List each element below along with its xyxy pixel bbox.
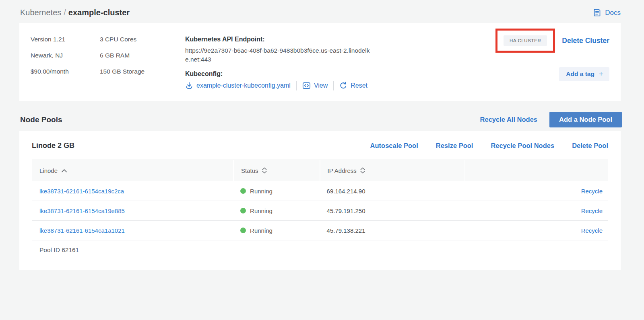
breadcrumb: Kubernetes/example-cluster (20, 8, 130, 17)
spec-storage: 150 GB Storage (100, 68, 185, 75)
status-label: Running (250, 188, 272, 195)
node-pool-card: Linode 2 GB Autoscale Pool Resize Pool R… (19, 131, 621, 270)
node-action-cell: Recycle (464, 207, 608, 214)
spec-region: Newark, NJ (31, 52, 100, 59)
table-row: lke38731-62161-6154ca1a1021 Running 45.7… (32, 220, 608, 240)
recycle-node-button[interactable]: Recycle (581, 227, 603, 234)
specs-column-1: Version 1.21 Newark, NJ $90.00/month (31, 36, 100, 91)
column-header-linode-label: Linode (39, 167, 58, 174)
node-name-cell: lke38731-62161-6154ca19e885 (32, 207, 233, 214)
endpoint-section: Kubernetes API Endpoint: https://9e2a730… (185, 36, 374, 91)
spec-version: Version 1.21 (31, 36, 100, 43)
sort-both-icon (262, 167, 267, 174)
kubeconfig-row: example-cluster-kubeconfig.yaml View (185, 81, 374, 90)
api-endpoint-label: Kubernetes API Endpoint: (185, 36, 374, 43)
divider (333, 81, 334, 90)
code-view-icon (302, 82, 311, 90)
column-header-actions (464, 160, 608, 181)
recycle-node-button[interactable]: Recycle (581, 207, 603, 214)
sort-both-icon (360, 167, 365, 174)
docs-label: Docs (605, 9, 621, 17)
node-link[interactable]: lke38731-62161-6154ca19c2ca (39, 188, 124, 195)
node-link[interactable]: lke38731-62161-6154ca1a1021 (39, 227, 125, 234)
table-footer-row: Pool ID 62161 (32, 240, 608, 260)
node-status-cell: Running (233, 207, 320, 214)
status-running-dot (240, 228, 246, 233)
view-label: View (314, 82, 328, 89)
page-title: example-cluster (68, 8, 130, 17)
autoscale-pool-button[interactable]: Autoscale Pool (370, 142, 418, 150)
recycle-pool-nodes-button[interactable]: Recycle Pool Nodes (491, 142, 554, 150)
node-pools-title: Node Pools (20, 115, 62, 124)
table-row: lke38731-62161-6154ca19c2ca Running 69.1… (32, 181, 608, 201)
docs-link[interactable]: Docs (593, 8, 621, 17)
api-endpoint-url: https://9e2a7307-b6ac-408f-ba62-9483b0b3… (185, 46, 374, 64)
table-row: lke38731-62161-6154ca19e885 Running 45.7… (32, 201, 608, 220)
pool-title: Linode 2 GB (32, 142, 74, 150)
add-tag-label: Add a tag (566, 70, 594, 78)
view-kubeconfig-link[interactable]: View (302, 82, 328, 90)
add-tag-button[interactable]: Add a tag + (559, 67, 609, 81)
column-header-linode[interactable]: Linode (32, 160, 233, 181)
cluster-summary-card: Version 1.21 Newark, NJ $90.00/month 3 C… (19, 23, 621, 101)
summary-right-column: HA CLUSTER Delete Cluster Add a tag + (495, 36, 609, 91)
breadcrumb-separator: / (64, 8, 66, 17)
add-node-pool-button[interactable]: Add a Node Pool (549, 112, 622, 127)
reset-kubeconfig-link[interactable]: Reset (339, 82, 367, 90)
kubeconfig-file-name: example-cluster-kubeconfig.yaml (196, 82, 291, 89)
spec-price: $90.00/month (31, 68, 100, 75)
column-header-ip-label: IP Address (328, 167, 357, 174)
node-pools-actions: Recycle All Nodes Add a Node Pool (480, 112, 622, 127)
node-pools-bar: Node Pools Recycle All Nodes Add a Node … (20, 112, 622, 127)
reset-label: Reset (351, 82, 367, 89)
node-status-cell: Running (233, 188, 320, 195)
spec-ram: 6 GB RAM (100, 52, 185, 59)
resize-pool-button[interactable]: Resize Pool (436, 142, 473, 150)
node-link[interactable]: lke38731-62161-6154ca19e885 (39, 207, 125, 214)
node-ip-cell: 69.164.214.90 (320, 188, 464, 195)
ha-row: HA CLUSTER Delete Cluster (495, 29, 609, 53)
docs-icon (593, 8, 601, 17)
ha-cluster-badge: HA CLUSTER (504, 35, 547, 46)
status-label: Running (250, 227, 272, 234)
node-action-cell: Recycle (464, 188, 608, 195)
node-name-cell: lke38731-62161-6154ca19c2ca (32, 188, 233, 195)
status-running-dot (240, 208, 246, 213)
delete-cluster-button[interactable]: Delete Cluster (562, 37, 609, 45)
node-ip-cell: 45.79.191.250 (320, 207, 464, 214)
download-icon (185, 82, 193, 90)
nodes-table: Linode Status IP Address (32, 160, 608, 260)
column-header-status[interactable]: Status (233, 160, 320, 181)
status-running-dot (240, 188, 246, 194)
ha-highlight-annotation: HA CLUSTER (495, 29, 555, 53)
reset-icon (339, 82, 347, 90)
sort-asc-icon (61, 169, 67, 172)
table-header-row: Linode Status IP Address (32, 160, 608, 181)
pool-header: Linode 2 GB Autoscale Pool Resize Pool R… (32, 142, 608, 150)
node-action-cell: Recycle (464, 227, 608, 234)
column-header-ip[interactable]: IP Address (320, 160, 464, 181)
status-label: Running (250, 207, 272, 214)
topbar: Kubernetes/example-cluster Docs (0, 0, 644, 17)
node-ip-cell: 45.79.138.221 (320, 227, 464, 234)
kubeconfig-label: Kubeconfig: (185, 70, 374, 78)
recycle-all-nodes-button[interactable]: Recycle All Nodes (480, 116, 537, 123)
node-status-cell: Running (233, 227, 320, 234)
pool-id-label: Pool ID 62161 (32, 246, 79, 254)
specs-column-2: 3 CPU Cores 6 GB RAM 150 GB Storage (100, 36, 185, 91)
plus-icon: + (599, 71, 603, 77)
kubeconfig-download-link[interactable]: example-cluster-kubeconfig.yaml (185, 82, 291, 90)
recycle-node-button[interactable]: Recycle (581, 188, 603, 195)
column-header-status-label: Status (241, 167, 258, 174)
node-name-cell: lke38731-62161-6154ca1a1021 (32, 227, 233, 234)
divider (296, 81, 297, 90)
pool-actions: Autoscale Pool Resize Pool Recycle Pool … (370, 142, 608, 150)
delete-pool-button[interactable]: Delete Pool (572, 142, 608, 150)
spec-cpu: 3 CPU Cores (100, 36, 185, 43)
breadcrumb-section[interactable]: Kubernetes (20, 8, 61, 17)
